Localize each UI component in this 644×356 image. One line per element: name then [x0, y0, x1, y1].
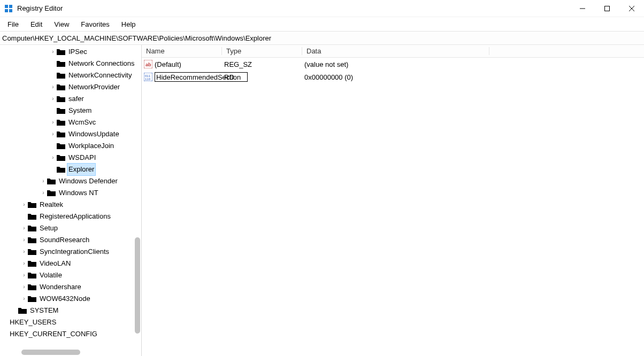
svg-rect-1	[9, 5, 12, 8]
expand-toggle[interactable]: ›	[20, 234, 28, 246]
expand-toggle[interactable]: ›	[20, 246, 28, 258]
column-header-type[interactable]: Type	[222, 47, 302, 55]
minimize-button[interactable]	[570, 0, 595, 17]
menu-help[interactable]: Help	[116, 19, 141, 30]
tree-item[interactable]: ›WSDAPI	[0, 152, 141, 164]
expand-toggle[interactable]: ›	[20, 199, 28, 211]
tree-item-label: VideoLAN	[39, 258, 72, 269]
tree-item[interactable]: ›NetworkProvider	[0, 81, 141, 93]
svg-rect-0	[5, 5, 8, 8]
tree-vertical-scrollbar[interactable]	[135, 237, 140, 334]
tree-item[interactable]: SYSTEM	[0, 305, 141, 316]
folder-icon	[28, 248, 36, 256]
value-row[interactable]: RD0x00000000 (0)	[142, 71, 644, 83]
svg-rect-3	[9, 9, 12, 12]
tree-item-label: SoundResearch	[39, 234, 90, 246]
folder-icon	[47, 189, 56, 197]
tree-item[interactable]: ›Realtek	[0, 199, 141, 211]
tree-item-label: IPSec	[67, 46, 88, 58]
tree-item[interactable]: WorkplaceJoin	[0, 140, 141, 152]
folder-icon	[57, 48, 65, 56]
column-header-data[interactable]: Data	[302, 47, 489, 55]
tree-item[interactable]: ›Wondershare	[0, 281, 141, 293]
window-title: Registry Editor	[17, 4, 63, 12]
address-path: Computer\HKEY_LOCAL_MACHINE\SOFTWARE\Pol…	[2, 34, 271, 42]
tree-item[interactable]: ›Volatile	[0, 269, 141, 281]
tree-item[interactable]: ›VideoLAN	[0, 258, 141, 269]
tree-item-label: SyncIntegrationClients	[39, 246, 110, 258]
expand-toggle[interactable]: ›	[20, 222, 28, 234]
expand-toggle[interactable]: ›	[49, 152, 57, 164]
svg-rect-2	[5, 9, 8, 12]
value-type: REG_SZ	[220, 60, 300, 68]
tree-item-label: NetworkProvider	[67, 81, 121, 93]
expand-toggle[interactable]: ›	[49, 81, 57, 93]
tree-item-label: NetworkConnectivity	[67, 69, 133, 81]
tree-item[interactable]: HKEY_CURRENT_CONFIG	[0, 328, 141, 340]
tree-item[interactable]: RegisteredApplications	[0, 211, 141, 222]
tree-item[interactable]: ›Setup	[0, 222, 141, 234]
expand-toggle[interactable]: ›	[49, 117, 57, 128]
tree-horizontal-scrollbar[interactable]	[21, 350, 80, 355]
tree-item[interactable]: ›SoundResearch	[0, 234, 141, 246]
tree-item-label: System	[67, 105, 93, 117]
value-list[interactable]: (Default)REG_SZ(value not set)RD0x000000…	[142, 58, 644, 356]
tree-item-label: Realtek	[39, 199, 64, 211]
close-button[interactable]	[619, 0, 644, 17]
dword-value-icon	[144, 73, 152, 81]
tree-item[interactable]: ›Windows Defender	[0, 175, 141, 187]
folder-icon	[57, 119, 65, 126]
menu-favorites[interactable]: Favorites	[75, 19, 114, 30]
menu-file[interactable]: File	[2, 19, 24, 30]
value-data: 0x00000000 (0)	[300, 73, 487, 81]
folder-icon	[18, 307, 27, 314]
expand-toggle[interactable]: ›	[20, 281, 28, 293]
expand-toggle[interactable]: ›	[49, 46, 57, 58]
tree-item[interactable]: NetworkConnectivity	[0, 69, 141, 81]
app-icon	[4, 4, 13, 13]
tree-item-label: RegisteredApplications	[39, 211, 112, 222]
tree-item[interactable]: ›WindowsUpdate	[0, 128, 141, 140]
column-header-name[interactable]: Name	[142, 47, 222, 55]
list-header: Name Type Data	[142, 45, 644, 58]
main-split: ›IPSecNetwork ConnectionsNetworkConnecti…	[0, 45, 644, 356]
tree-item[interactable]: ›IPSec	[0, 46, 141, 58]
string-value-icon	[144, 60, 152, 68]
address-bar[interactable]: Computer\HKEY_LOCAL_MACHINE\SOFTWARE\Pol…	[0, 31, 644, 45]
folder-icon	[57, 83, 65, 91]
value-row[interactable]: (Default)REG_SZ(value not set)	[142, 58, 644, 71]
folder-icon	[28, 260, 36, 267]
folder-icon	[57, 107, 65, 114]
tree-item[interactable]: ›WcmSvc	[0, 117, 141, 128]
tree-item[interactable]: ›Windows NT	[0, 187, 141, 199]
tree-pane: ›IPSecNetwork ConnectionsNetworkConnecti…	[0, 45, 142, 356]
expand-toggle[interactable]: ›	[49, 128, 57, 140]
tree-item-label: SYSTEM	[29, 305, 59, 316]
expand-toggle[interactable]: ›	[20, 258, 28, 269]
tree-item[interactable]: Explorer	[0, 164, 141, 175]
maximize-button[interactable]	[595, 0, 619, 17]
expand-toggle[interactable]: ›	[20, 293, 28, 305]
expand-toggle[interactable]: ›	[20, 269, 28, 281]
expand-toggle[interactable]: ›	[40, 175, 47, 187]
tree-item[interactable]: ›WOW6432Node	[0, 293, 141, 305]
tree-item-label: HKEY_USERS	[9, 316, 57, 328]
tree-item[interactable]: ›SyncIntegrationClients	[0, 246, 141, 258]
tree-item[interactable]: System	[0, 105, 141, 117]
tree-item[interactable]: ›safer	[0, 93, 141, 105]
registry-tree[interactable]: ›IPSecNetwork ConnectionsNetworkConnecti…	[0, 45, 141, 340]
value-list-pane: Name Type Data (Default)REG_SZ(value not…	[142, 45, 644, 356]
menu-view[interactable]: View	[49, 19, 74, 30]
expand-toggle[interactable]: ›	[40, 187, 47, 199]
tree-item-label: WorkplaceJoin	[67, 140, 115, 152]
folder-icon	[57, 130, 65, 138]
menu-edit[interactable]: Edit	[25, 19, 48, 30]
tree-item-label: Volatile	[39, 269, 63, 281]
tree-item[interactable]: Network Connections	[0, 58, 141, 69]
expand-toggle[interactable]: ›	[49, 93, 57, 105]
tree-item[interactable]: HKEY_USERS	[0, 316, 141, 328]
folder-icon	[57, 142, 65, 150]
tree-item-label: safer	[67, 93, 85, 105]
value-type: RD	[220, 73, 300, 81]
folder-icon	[28, 272, 36, 279]
